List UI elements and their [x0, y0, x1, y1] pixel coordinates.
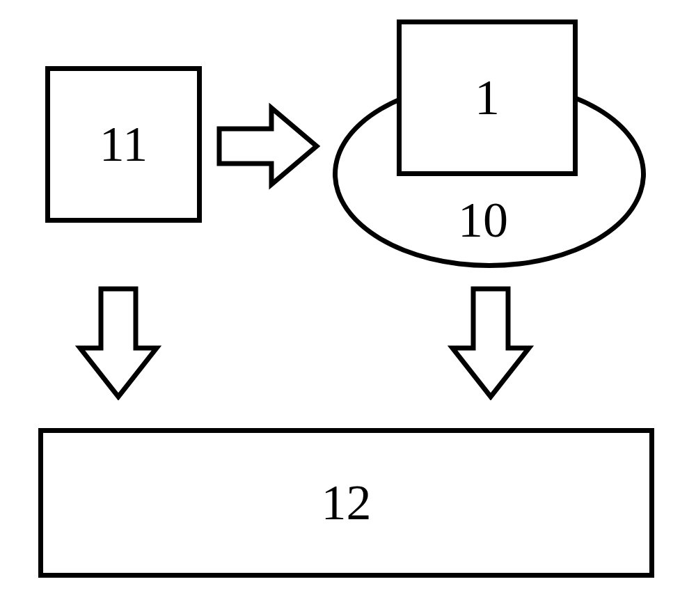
box-11: 11	[45, 66, 202, 223]
box-12-label: 12	[322, 474, 372, 532]
box-1-label: 1	[475, 69, 500, 127]
ellipse-10-label: 10	[458, 191, 508, 249]
arrow-down-left	[73, 285, 164, 400]
arrow-down-right	[445, 285, 536, 400]
box-12: 12	[38, 428, 654, 578]
box-1: 1	[397, 19, 578, 176]
box-11-label: 11	[100, 116, 148, 173]
diagram-container: 10 1 11 12	[0, 0, 696, 616]
arrow-right	[216, 101, 320, 191]
